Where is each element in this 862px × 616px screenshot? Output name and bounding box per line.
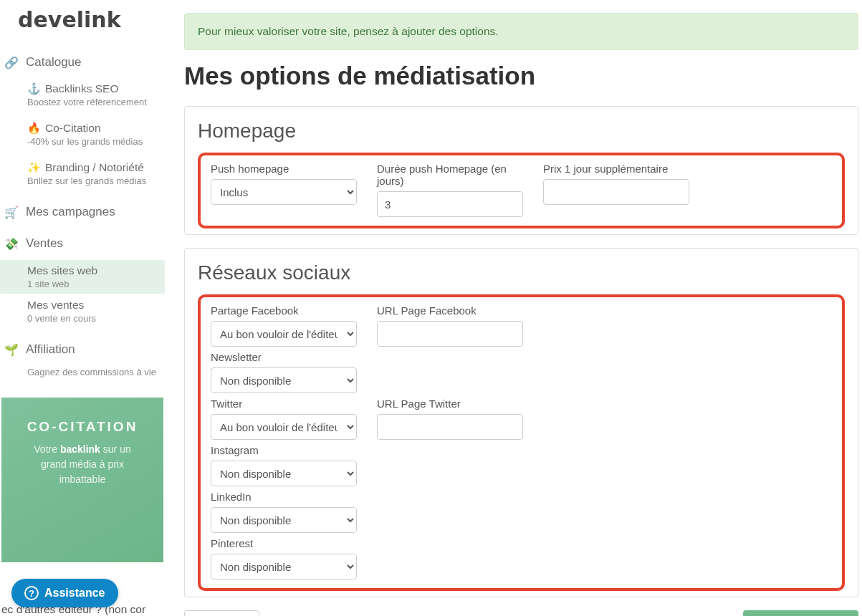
section-title: Homepage <box>198 120 845 143</box>
tw-select[interactable]: Au bon vouloir de l'éditeur <box>211 414 357 440</box>
nav-label: Affiliation <box>26 342 75 357</box>
prix-input[interactable] <box>543 179 689 205</box>
nav-label: Mes campagnes <box>26 205 115 219</box>
tw-url-label: URL Page Twitter <box>377 398 523 410</box>
fb-url-label: URL Page Facebook <box>377 304 523 317</box>
assistance-button[interactable]: ? Assistance <box>11 579 118 607</box>
fb-label: Partage Facebook <box>211 304 357 317</box>
money-icon: 💸 <box>4 237 19 251</box>
nav-label: Ventes <box>26 236 63 251</box>
li-select[interactable]: Non disponible <box>211 507 357 533</box>
prix-label: Prix 1 jour supplémentaire <box>543 163 689 175</box>
nav-mes-campagnes[interactable]: 🛒 Mes campagnes <box>0 196 165 228</box>
nav-mes-sites[interactable]: Mes sites web 1 site web <box>0 260 165 294</box>
anchor-icon: ⚓ <box>27 82 41 95</box>
duree-label: Durée push Homepage (en jours) <box>377 163 523 187</box>
newsletter-label: Newsletter <box>211 351 357 363</box>
pn-label: Pinterest <box>211 537 357 549</box>
main-content: Pour mieux valoriser votre site, pensez … <box>184 0 862 616</box>
nav-catalogue[interactable]: 🔗 Catalogue <box>0 47 165 78</box>
nav-affiliation[interactable]: 🌱 Affiliation <box>0 334 165 365</box>
fb-url-input[interactable] <box>377 321 523 347</box>
nav-label: Catalogue <box>26 55 82 69</box>
highlight-homepage: Push homepage Inclus Durée push Homepage… <box>198 153 845 228</box>
tw-url-input[interactable] <box>377 414 523 440</box>
cart-icon: 🛒 <box>4 206 19 219</box>
panel-social: Réseaux sociaux Partage Facebook Au bon … <box>184 248 858 597</box>
push-homepage-select[interactable]: Inclus <box>211 179 357 205</box>
nav-desc: Gagnez des commissions à vie <box>27 367 158 377</box>
sprout-icon: 🌱 <box>4 343 19 357</box>
brand-logo: develink <box>0 0 165 47</box>
sparkle-icon: ✨ <box>27 161 41 173</box>
newsletter-select[interactable]: Non disponible <box>211 367 357 393</box>
nav-mes-ventes[interactable]: Mes ventes 0 vente en cours <box>0 294 165 334</box>
li-label: LinkedIn <box>211 491 357 503</box>
ig-select[interactable]: Non disponible <box>211 461 357 486</box>
push-homepage-label: Push homepage <box>211 163 357 175</box>
next-button[interactable]: Étape suivante → <box>743 610 858 616</box>
fb-select[interactable]: Au bon vouloir de l'éditeur <box>211 321 357 347</box>
nav-backlinks[interactable]: ⚓Backlinks SEO Boostez votre référenceme… <box>0 78 165 117</box>
link-icon: 🔗 <box>4 56 19 69</box>
promo-text: Votre backlink sur un grand média à prix… <box>13 442 152 487</box>
nav-desc: Boostez votre référencement <box>27 97 158 107</box>
sidebar: develink 🔗 Catalogue ⚓Backlinks SEO Boos… <box>0 0 165 616</box>
nav-branding[interactable]: ✨Branding / Notoriété Brillez sur les gr… <box>0 157 165 196</box>
nav-ventes[interactable]: 💸 Ventes <box>0 228 165 259</box>
brand-text: develink <box>18 7 121 32</box>
back-button[interactable]: ← Retour <box>184 610 259 616</box>
nav-desc: Brillez sur les grands médias <box>27 175 158 186</box>
page-title: Mes options de médiatisation <box>184 62 858 90</box>
promo-headline: CO-CITATION <box>13 419 152 435</box>
nav-cocitation[interactable]: 🔥Co-Citation -40% sur les grands médias <box>0 117 165 157</box>
panel-homepage: Homepage Push homepage Inclus Durée push… <box>184 106 858 235</box>
section-title: Réseaux sociaux <box>198 261 845 284</box>
question-icon: ? <box>24 586 39 600</box>
nav-desc: 1 site web <box>27 279 158 289</box>
assistance-label: Assistance <box>44 587 105 600</box>
ig-label: Instagram <box>211 444 357 456</box>
tw-label: Twitter <box>211 398 357 410</box>
nav-affiliation-desc: Gagnez des commissions à vie <box>0 367 165 388</box>
highlight-social: Partage Facebook Au bon vouloir de l'édi… <box>198 294 845 591</box>
duree-input[interactable] <box>377 191 523 217</box>
nav-desc: -40% sur les grands médias <box>27 136 158 147</box>
fire-icon: 🔥 <box>27 122 41 134</box>
promo-banner[interactable]: CO-CITATION Votre backlink sur un grand … <box>1 398 163 562</box>
info-banner: Pour mieux valoriser votre site, pensez … <box>184 13 858 50</box>
nav-desc: 0 vente en cours <box>27 313 158 324</box>
pn-select[interactable]: Non disponible <box>211 554 357 579</box>
footer-actions: ← Retour Étape suivante → <box>184 610 858 616</box>
